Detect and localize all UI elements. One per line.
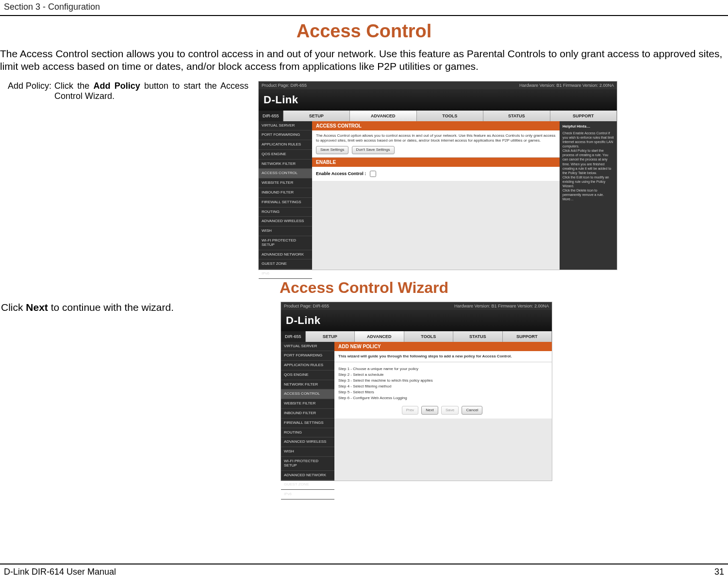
tab-status[interactable]: STATUS	[483, 111, 550, 121]
sidebar-item-virtual-server[interactable]: VIRTUAL SERVER	[259, 121, 312, 131]
wizard-steps-panel: Step 1 - Choose a unique name for your p…	[334, 362, 552, 419]
sidebar-item-inbound-filter[interactable]: INBOUND FILTER	[259, 188, 312, 198]
ss2-panel-title: ADD NEW POLICY	[334, 342, 552, 351]
wizard-ui-screenshot: Product Page: DIR-655 Hardware Version: …	[281, 302, 552, 481]
tab2-advanced[interactable]: ADVANCED	[355, 331, 404, 342]
ss1-tabs: DIR-655 SETUP ADVANCED TOOLS STATUS SUPP…	[259, 111, 617, 121]
helpful-hints-text: Check Enable Access Control if you wish …	[563, 131, 614, 202]
sidebar-item-guest-zone[interactable]: GUEST ZONE	[259, 259, 312, 269]
ss1-button-row: Save Settings Don't Save Settings	[316, 146, 556, 154]
sidebar-item-port-forwarding[interactable]: PORT FORWARDING	[281, 351, 334, 361]
ss1-topbar: Product Page: DIR-655 Hardware Version: …	[259, 81, 617, 89]
tab-support[interactable]: SUPPORT	[550, 111, 617, 121]
ss1-panel-desc: The Access Control option allows you to …	[316, 133, 556, 144]
enable-access-control-label: Enable Access Control :	[316, 171, 366, 176]
tab-tools[interactable]: TOOLS	[417, 111, 484, 121]
ss2-topbar-left: Product Page: DIR-655	[284, 304, 329, 308]
screenshot-1: Product Page: DIR-655 Hardware Version: …	[258, 81, 617, 270]
ss2-device-label: DIR-655	[281, 331, 306, 342]
add-policy-desc-bold: Add Policy	[93, 81, 140, 91]
sidebar-item-guest-zone[interactable]: GUEST ZONE	[281, 480, 334, 490]
wizard-step-1: Step 1 - Choose a unique name for your p…	[338, 366, 548, 372]
sidebar-item-ipv6[interactable]: IPv6	[259, 269, 312, 279]
save-settings-button[interactable]: Save Settings	[316, 146, 348, 154]
sidebar-item-website-filter[interactable]: WEBSITE FILTER	[259, 178, 312, 188]
sidebar-item-wi-fi-protected-setup[interactable]: WI-FI PROTECTED SETUP	[259, 236, 312, 250]
helpful-hints-title: Helpful Hints…	[563, 124, 614, 129]
ss2-topbar: Product Page: DIR-655 Hardware Version: …	[281, 302, 552, 310]
wizard-text-bold: Next	[26, 302, 48, 313]
ss1-enable-title: ENABLE	[312, 158, 560, 167]
add-policy-desc: Click the Add Policy button to start the…	[54, 81, 248, 102]
dont-save-settings-button[interactable]: Don't Save Settings	[352, 146, 395, 154]
page-footer: D-Link DIR-614 User Manual 31	[0, 567, 728, 577]
sidebar-item-application-rules[interactable]: APPLICATION RULES	[281, 361, 334, 371]
sidebar-item-wish[interactable]: WISH	[281, 447, 334, 457]
ss1-sidebar: VIRTUAL SERVERPORT FORWARDINGAPPLICATION…	[259, 121, 312, 270]
sidebar-item-qos-engine[interactable]: QOS ENGINE	[259, 150, 312, 160]
sidebar-item-website-filter[interactable]: WEBSITE FILTER	[281, 399, 334, 409]
ss1-help-panel: Helpful Hints… Check Enable Access Contr…	[560, 121, 617, 270]
ss1-panel-title: ACCESS CONTROL	[312, 121, 560, 130]
sidebar-item-virtual-server[interactable]: VIRTUAL SERVER	[281, 342, 334, 352]
ss2-brandbar: D-Link	[281, 310, 552, 331]
footer-rule	[0, 564, 728, 564]
ss1-panel-body: The Access Control option allows you to …	[312, 130, 560, 158]
ss1-topbar-left: Product Page: DIR-655	[262, 83, 307, 88]
sidebar-item-inbound-filter[interactable]: INBOUND FILTER	[281, 409, 334, 419]
tab2-tools[interactable]: TOOLS	[404, 331, 454, 342]
ss2-main: ADD NEW POLICY This wizard will guide yo…	[334, 342, 552, 481]
sidebar-item-ipv6[interactable]: IPv6	[281, 490, 334, 499]
ss2-panel-desc: This wizard will guide you through the f…	[338, 354, 512, 358]
sidebar-item-port-forwarding[interactable]: PORT FORWARDING	[259, 130, 312, 140]
sidebar-item-firewall-settings[interactable]: FIREWALL SETTINGS	[281, 419, 334, 428]
router-ui-screenshot: Product Page: DIR-655 Hardware Version: …	[258, 81, 617, 270]
sidebar-item-advanced-network[interactable]: ADVANCED NETWORK	[281, 471, 334, 481]
wizard-step-6: Step 6 - Configure Web Access Logging	[338, 395, 548, 401]
dlink-logo: D-Link	[264, 94, 298, 106]
ss2-sidebar: VIRTUAL SERVERPORT FORWARDINGAPPLICATION…	[281, 342, 334, 481]
footer-page-number: 31	[714, 567, 724, 577]
intro-paragraph: The Access Control section allows you to…	[0, 48, 728, 79]
cancel-button[interactable]: Cancel	[462, 406, 482, 415]
header-rule	[0, 15, 728, 16]
sidebar-item-network-filter[interactable]: NETWORK FILTER	[259, 160, 312, 169]
tab2-support[interactable]: SUPPORT	[503, 331, 552, 342]
footer-left: D-Link DIR-614 User Manual	[4, 567, 116, 577]
tab-advanced[interactable]: ADVANCED	[350, 111, 417, 121]
sidebar-item-access-control[interactable]: ACCESS CONTROL	[259, 169, 312, 178]
dlink-logo-2: D-Link	[286, 314, 320, 327]
ss2-tabs: DIR-655 SETUP ADVANCED TOOLS STATUS SUPP…	[281, 331, 552, 342]
ss1-brandbar: D-Link	[259, 89, 617, 111]
sidebar-item-routing[interactable]: ROUTING	[259, 208, 312, 217]
ss1-main: ACCESS CONTROL The Access Control option…	[312, 121, 560, 270]
section-header: Section 3 - Configuration	[0, 0, 728, 13]
wizard-step-4: Step 4 - Select filtering method	[338, 384, 548, 389]
sidebar-item-advanced-wireless[interactable]: ADVANCED WIRELESS	[259, 217, 312, 226]
page-title: Access Control	[0, 21, 728, 42]
add-policy-desc-pre: Click the	[54, 81, 93, 91]
wizard-row: Click Next to continue with the wizard. …	[0, 302, 728, 481]
sidebar-item-network-filter[interactable]: NETWORK FILTER	[281, 380, 334, 390]
ss2-panel-desc-wrap: This wizard will guide you through the f…	[334, 351, 552, 362]
enable-access-control-checkbox[interactable]	[370, 171, 376, 177]
sidebar-item-qos-engine[interactable]: QOS ENGINE	[281, 371, 334, 380]
sidebar-item-application-rules[interactable]: APPLICATION RULES	[259, 140, 312, 150]
add-policy-label: Add Policy:	[5, 81, 54, 91]
sidebar-item-firewall-settings[interactable]: FIREWALL SETTINGS	[259, 198, 312, 208]
sidebar-item-routing[interactable]: ROUTING	[281, 428, 334, 438]
tab2-setup[interactable]: SETUP	[306, 331, 355, 342]
sidebar-item-advanced-wireless[interactable]: ADVANCED WIRELESS	[281, 437, 334, 447]
ss1-topbar-right: Hardware Version: B1 Firmware Version: 2…	[519, 83, 614, 88]
ss1-enable-row: Enable Access Control :	[312, 167, 560, 181]
sidebar-item-wish[interactable]: WISH	[259, 226, 312, 236]
tab2-status[interactable]: STATUS	[453, 331, 503, 342]
next-button[interactable]: Next	[421, 406, 438, 415]
tab-setup[interactable]: SETUP	[283, 111, 350, 121]
sidebar-item-advanced-network[interactable]: ADVANCED NETWORK	[259, 250, 312, 260]
wizard-text-pre: Click	[1, 302, 26, 313]
sidebar-item-wi-fi-protected-setup[interactable]: WI-FI PROTECTED SETUP	[281, 457, 334, 471]
ss1-body: VIRTUAL SERVERPORT FORWARDINGAPPLICATION…	[259, 121, 617, 270]
sidebar-item-access-control[interactable]: ACCESS CONTROL	[281, 389, 334, 399]
wizard-step-2: Step 2 - Select a schedule	[338, 372, 548, 378]
